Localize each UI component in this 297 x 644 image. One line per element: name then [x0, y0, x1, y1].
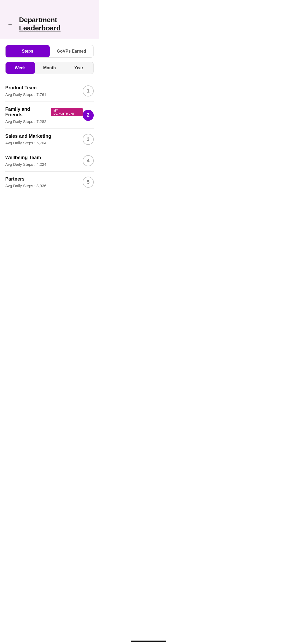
item-left-1: Product Team Avg Daily Steps : 7,761	[5, 85, 83, 97]
rank-badge-5: 5	[83, 177, 94, 188]
dept-steps-4: Avg Daily Steps : 4,224	[5, 162, 83, 167]
tab-month[interactable]: Month	[35, 62, 64, 74]
dept-steps-3: Avg Daily Steps : 6,704	[5, 141, 83, 145]
back-button[interactable]: ←	[5, 19, 15, 29]
leaderboard-item-3: Sales and Marketing Avg Daily Steps : 6,…	[5, 129, 94, 150]
leaderboard-list: Product Team Avg Daily Steps : 7,761 1 F…	[5, 80, 94, 193]
dept-name-1: Product Team	[5, 85, 37, 91]
leaderboard-item-4: Wellbeing Team Avg Daily Steps : 4,224 4	[5, 150, 94, 172]
dept-name-3: Sales and Marketing	[5, 134, 51, 139]
dept-steps-5: Avg Daily Steps : 3,936	[5, 183, 83, 188]
item-name-row-3: Sales and Marketing	[5, 134, 83, 139]
status-bar	[0, 0, 99, 12]
item-left-2: Family and Friends MY DEPARTMENT Avg Dai…	[5, 107, 83, 124]
tab-year[interactable]: Year	[64, 62, 93, 74]
item-name-row-1: Product Team	[5, 85, 83, 91]
back-icon: ←	[7, 21, 13, 27]
main-content: Steps GoVPs Earned Week Month Year Produ…	[0, 39, 99, 193]
dept-steps-2: Avg Daily Steps : 7,282	[5, 119, 83, 124]
dept-name-4: Wellbeing Team	[5, 155, 41, 160]
my-dept-badge: MY DEPARTMENT	[51, 108, 83, 116]
leaderboard-item-1: Product Team Avg Daily Steps : 7,761 1	[5, 80, 94, 102]
header: ← Department Leaderboard	[0, 12, 99, 39]
rank-badge-4: 4	[83, 155, 94, 166]
tab-steps[interactable]: Steps	[6, 45, 50, 57]
rank-badge-3: 3	[83, 134, 94, 145]
item-left-3: Sales and Marketing Avg Daily Steps : 6,…	[5, 134, 83, 145]
rank-badge-1: 1	[83, 85, 94, 96]
dept-name-5: Partners	[5, 176, 25, 182]
tab-govps[interactable]: GoVPs Earned	[50, 45, 94, 57]
leaderboard-item-2: Family and Friends MY DEPARTMENT Avg Dai…	[5, 102, 94, 129]
item-name-row-2: Family and Friends MY DEPARTMENT	[5, 107, 83, 118]
dept-steps-1: Avg Daily Steps : 7,761	[5, 92, 83, 97]
page-title: Department Leaderboard	[19, 16, 94, 32]
item-left-5: Partners Avg Daily Steps : 3,936	[5, 176, 83, 188]
period-tab-group: Week Month Year	[5, 62, 94, 74]
dept-name-2: Family and Friends	[5, 107, 48, 118]
type-tab-group: Steps GoVPs Earned	[5, 45, 94, 58]
item-name-row-4: Wellbeing Team	[5, 155, 83, 160]
tab-week[interactable]: Week	[6, 62, 35, 74]
item-left-4: Wellbeing Team Avg Daily Steps : 4,224	[5, 155, 83, 167]
leaderboard-item-5: Partners Avg Daily Steps : 3,936 5	[5, 172, 94, 193]
item-name-row-5: Partners	[5, 176, 83, 182]
rank-badge-2: 2	[83, 110, 94, 121]
